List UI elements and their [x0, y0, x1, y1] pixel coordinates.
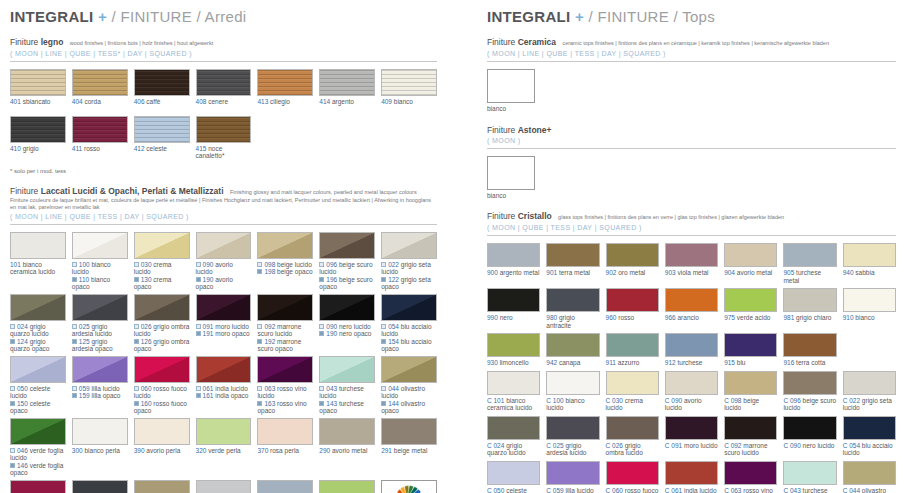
swatch-code: 408 [196, 98, 209, 105]
gloss-marker-icon [257, 262, 262, 267]
swatch-code: C 063 [724, 487, 743, 493]
swatch-code: C 100 [546, 397, 565, 404]
swatch-cell: 413 ciliegio [257, 69, 313, 106]
swatch-label: C 043 turchese lucido [783, 487, 836, 493]
color-swatch [10, 356, 66, 383]
swatch-code: 390 [134, 447, 147, 454]
swatch-cell: C 090 avorio lucido [665, 371, 718, 412]
section-name: Cristallo [518, 211, 552, 221]
swatch-name: ciliegio [270, 98, 290, 105]
color-swatch [72, 294, 128, 321]
color-swatch [606, 461, 659, 485]
swatch-cell: 905 turchese metal [783, 243, 836, 284]
swatch-label-line: 090 avorio lucido [196, 261, 252, 276]
swatch-code: 290 [319, 447, 332, 454]
models-list: ( MOON | LINE | QUBE | TESS* | DAY | SQU… [10, 50, 437, 57]
legno-footnote: * solo per i mod. tess [10, 168, 437, 174]
swatch-cell: 054 blu acciaio lucido154 blu acciaio op… [381, 294, 437, 353]
swatch-code: 401 [10, 98, 23, 105]
swatch-cell: 046 verde foglia lucido146 verde foglia … [10, 418, 66, 477]
color-swatch [724, 416, 777, 440]
swatch-label-line: 054 blu acciaio lucido [381, 323, 437, 338]
color-swatch [487, 288, 540, 312]
swatch-code: C 024 [487, 442, 506, 449]
color-swatch [606, 416, 659, 440]
color-swatch [724, 288, 777, 312]
swatch-code: 981 [783, 314, 796, 321]
swatch-label-line: C 090 nero lucido [783, 442, 836, 450]
swatch-label: 942 canapa [546, 359, 599, 367]
swatch-label: 406 caffè [134, 98, 190, 106]
swatch-code: 096 [326, 261, 339, 268]
swatch-name: moro lucido [215, 323, 249, 330]
swatch-label-line: 096 beige scuro lucido [319, 261, 375, 276]
swatch-cell: 916 terra cotta [783, 333, 836, 367]
swatch-label-line: 942 canapa [546, 359, 599, 367]
swatch-cell: bianco [487, 156, 896, 200]
swatch-cell: bianco [487, 69, 896, 113]
swatch-code: 406 [134, 98, 147, 105]
swatch-label-line: C 030 crema lucido [606, 397, 659, 412]
swatch-name: oro metal [618, 269, 645, 276]
section-prefix: Finiture [487, 211, 515, 221]
swatch-label-line: 980 grigio antracite [546, 314, 599, 329]
color-swatch [10, 480, 66, 493]
swatch-label-line: C 022 grigio seta lucido [843, 397, 896, 412]
swatch-label-line: 912 turchese [665, 359, 718, 367]
swatch-name: celeste [146, 145, 167, 152]
color-swatch [319, 294, 375, 321]
swatch-code: C 026 [606, 442, 625, 449]
swatch-label-line: 966 arancio [665, 314, 718, 322]
swatch-cell: 902 oro metal [606, 243, 659, 284]
swatch-label-line: 412 celeste [134, 145, 190, 153]
swatch-label: 912 turchese [665, 359, 718, 367]
swatch-cell: 043 turchese lucido143 turchese opaco [319, 356, 375, 415]
matt-marker-icon [10, 463, 15, 468]
lacquer-swatch-grid: 101 bianco ceramica lucido100 bianco luc… [10, 232, 437, 493]
swatch-cell: C 022 grigio seta lucido [843, 371, 896, 412]
swatch-label: 098 beige lucido198 beige opaco [257, 261, 313, 276]
swatch-label: 101 bianco ceramica lucido [10, 261, 66, 276]
color-swatch [843, 371, 896, 395]
color-swatch [196, 294, 252, 321]
section-prefix: Finiture [487, 37, 515, 47]
swatch-label: 401 sbiancato [10, 98, 66, 106]
swatch-name: nero lucido [803, 442, 835, 449]
color-swatch [319, 480, 375, 493]
swatch-name: bianco opaco [72, 276, 110, 291]
swatch-name: bianco [487, 192, 506, 199]
swatch-label-line: 903 viola metal [665, 269, 718, 277]
swatch-code: 413 [257, 98, 270, 105]
swatch-label: C 061 india lucido [665, 487, 718, 493]
swatch-cell: 911 azzurro [606, 333, 659, 367]
color-swatch [134, 69, 190, 96]
swatch-label: C 050 celeste lucido [487, 487, 540, 493]
swatch-label-line: bianco [487, 192, 896, 200]
swatch-cell: 414 argento [319, 69, 375, 106]
swatch-label: 930 limoncello [487, 359, 540, 367]
swatch-cell: C 096 beige scuro lucido [783, 371, 836, 412]
swatch-code: 975 [724, 314, 737, 321]
swatch-name: india lucido [684, 487, 717, 493]
color-swatch [546, 333, 599, 357]
swatch-label: 902 oro metal [606, 269, 659, 277]
color-swatch [10, 116, 66, 143]
swatch-name: crema opaco [134, 276, 172, 291]
swatch-label-line: 098 beige lucido [257, 261, 313, 269]
matt-marker-icon [72, 393, 77, 398]
swatch-code: 063 [264, 385, 277, 392]
swatch-label: 980 grigio antracite [546, 314, 599, 329]
swatch-code: 101 [10, 261, 23, 268]
swatch-cell: 401 sbiancato [10, 69, 66, 106]
color-swatch [665, 371, 718, 395]
tops-column: INTEGRALI + / FINITURE / Tops Finiture C… [487, 0, 896, 493]
swatch-cell: C 091 moro lucido [665, 416, 718, 457]
color-swatch [72, 69, 128, 96]
swatch-name: avorio metal [332, 447, 367, 454]
color-swatch [319, 356, 375, 383]
swatch-code: 190 [326, 330, 339, 337]
swatch-label: 044 olivastro lucido144 olivastro opaco [381, 385, 437, 415]
swatch-code: 030 [141, 261, 154, 268]
swatch-code: 410 [10, 145, 23, 152]
swatch-cell: C 054 blu acciaio lucido [843, 416, 896, 457]
